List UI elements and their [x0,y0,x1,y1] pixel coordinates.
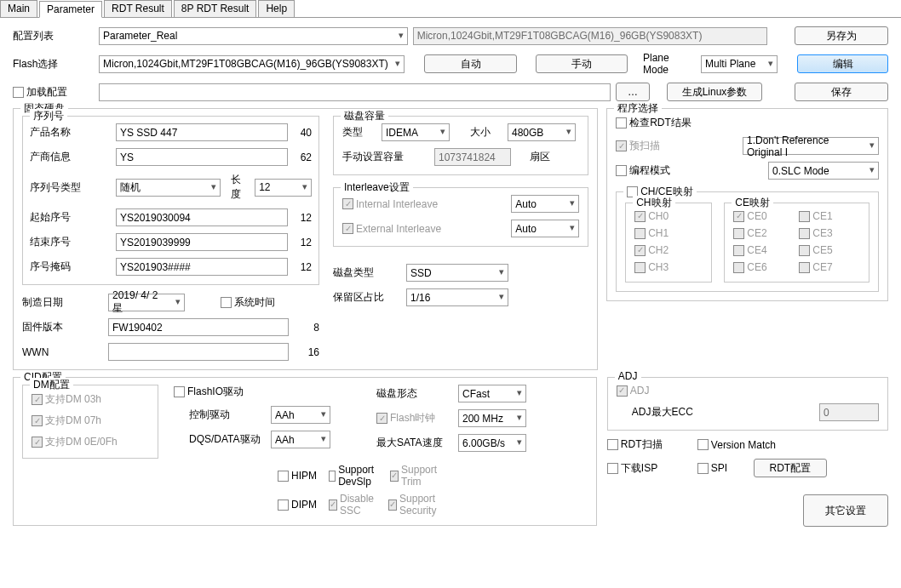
browse-button[interactable]: … [616,83,650,101]
edit-button[interactable]: 编辑 [797,54,888,73]
tab-8p-rdt-result[interactable]: 8P RDT Result [174,0,257,17]
sector-label: 扇区 [530,150,550,164]
ce7-checkbox[interactable]: CE7 [799,261,854,273]
flashio-checkbox[interactable]: FlashIO驱动 [174,385,244,399]
mfgdate-label: 制造日期 [22,295,103,310]
disktype-combo[interactable]: SSD [406,264,508,282]
fw-suffix: 8 [294,322,319,334]
internal-interleave-combo[interactable]: Auto [511,195,579,213]
ctrldrv-label: 控制驱动 [189,408,266,422]
trim-checkbox[interactable]: Support Trim [390,464,439,488]
ce6-checkbox[interactable]: CE6 [733,261,789,273]
ch2-checkbox[interactable]: CH2 [634,244,703,256]
product-name-suffix: 40 [293,127,312,139]
type-label: 类型 [342,125,376,140]
end-sn-suffix: 12 [293,237,312,248]
external-interleave-checkbox[interactable]: External Interleave [342,223,441,235]
tab-strip: Main Parameter RDT Result 8P RDT Result … [0,0,901,18]
ch3-checkbox[interactable]: CH3 [634,261,703,273]
external-interleave-combo[interactable]: Auto [511,220,579,237]
prescan-combo[interactable]: 1.Don't Reference Original I [743,137,879,155]
start-sn-label: 起始序号 [30,210,111,225]
internal-interleave-checkbox[interactable]: Internal Interleave [342,198,438,210]
dm0e-checkbox[interactable]: 支持DM 0E/0Fh [32,435,118,449]
progsel-legend: 程序选择 [614,101,662,116]
serial-legend: 序列号 [30,109,67,123]
check-rdt-checkbox[interactable]: 检查RDT结果 [616,116,692,130]
maxsata-label: 最大SATA速度 [376,436,453,450]
manual-button[interactable]: 手动 [536,54,628,73]
adj-legend: ADJ [615,370,641,382]
size-combo[interactable]: 480GB [508,123,576,141]
gen-linux-button[interactable]: 生成Linux参数 [667,83,762,101]
ce1-checkbox[interactable]: CE1 [799,210,854,222]
ch0-checkbox[interactable]: CH0 [634,210,703,222]
dlisp-checkbox[interactable]: 下载ISP [607,461,692,476]
product-name-input[interactable]: YS SSD 447 [116,123,288,141]
ce5-checkbox[interactable]: CE5 [799,244,854,256]
tab-help[interactable]: Help [258,0,295,17]
ce0-checkbox[interactable]: CE0 [733,210,789,222]
mask-input[interactable]: YS201903#### [116,258,288,276]
adj-checkbox[interactable]: ADJ [617,385,650,397]
save-button[interactable]: 保存 [795,83,888,101]
ctrldrv-combo[interactable]: AAh [271,406,330,424]
hipm-checkbox[interactable]: HIPM [278,464,317,488]
flash-select-label: Flash选择 [13,57,94,71]
configlist-label: 配置列表 [13,29,94,43]
spi-checkbox[interactable]: SPI [697,462,749,474]
vendor-suffix: 62 [293,151,312,163]
planemode-label: Plane Mode [643,52,696,76]
flash-select-combo[interactable]: Micron,1024Gbit,MT29F1T08GBCAG(M16)_96GB… [99,55,405,73]
load-config-input[interactable] [99,83,611,101]
product-name-label: 产品名称 [30,125,111,140]
dqsdrv-combo[interactable]: AAh [271,431,330,448]
end-sn-input[interactable]: YS2019039999 [116,233,288,251]
ce4-checkbox[interactable]: CE4 [733,244,789,256]
dm03-checkbox[interactable]: 支持DM 03h [32,392,101,407]
rdtcfg-button[interactable]: RDT配置 [754,459,827,477]
tab-main[interactable]: Main [0,0,37,17]
ch1-checkbox[interactable]: CH1 [634,227,703,239]
prescan-checkbox[interactable]: 预扫描 [616,139,660,153]
tab-parameter[interactable]: Parameter [39,1,102,18]
sec-checkbox[interactable]: Support Security [388,493,439,517]
planemode-combo[interactable]: Multi Plane [701,55,778,73]
wwn-input[interactable] [108,343,289,361]
progmode-combo[interactable]: 0.SLC Mode [768,162,879,180]
auto-button[interactable]: 自动 [424,54,517,73]
diskform-combo[interactable]: CFast [458,385,526,402]
type-combo[interactable]: IDEMA [382,123,450,141]
reserve-combo[interactable]: 1/16 [406,288,508,306]
tab-rdt-result[interactable]: RDT Result [104,0,172,17]
wwn-label: WWN [22,346,103,358]
manualcap-label: 手动设置容量 [342,150,410,164]
progmode-checkbox[interactable]: 编程模式 [616,163,670,178]
fw-input[interactable]: FW190402 [108,318,289,336]
devslp-checkbox[interactable]: Support DevSlp [329,464,378,488]
systime-checkbox[interactable]: 系统时间 [221,295,275,310]
configlist-combo[interactable]: Parameter_Real [99,27,408,45]
mfgdate-picker[interactable]: 2019/ 4/ 2 星 [108,294,185,311]
start-sn-input[interactable]: YS2019030094 [116,208,288,226]
rdtscan-checkbox[interactable]: RDT扫描 [607,437,692,452]
flashclk-checkbox[interactable]: Flash时钟 [376,411,453,425]
save-as-button[interactable]: 另存为 [795,26,888,45]
dipm-checkbox[interactable]: DIPM [278,493,317,517]
sntype-combo[interactable]: 随机 [116,179,221,197]
maxsata-combo[interactable]: 6.00GB/s [458,434,526,452]
dm07-checkbox[interactable]: 支持DM 07h [32,414,101,428]
manualcap-input: 1073741824 [434,148,511,166]
fw-label: 固件版本 [22,320,103,334]
vendor-input[interactable]: YS [116,148,288,166]
ssc-checkbox[interactable]: Disable SSC [329,493,376,517]
load-config-checkbox[interactable]: 加载配置 [13,85,94,100]
ce3-checkbox[interactable]: CE3 [799,227,854,239]
other-settings-button[interactable]: 其它设置 [803,494,888,527]
flashclk-combo[interactable]: 200 MHz [458,409,526,427]
reserve-label: 保留区占比 [333,290,401,305]
length-combo[interactable]: 12 [255,179,312,197]
vermatch-checkbox[interactable]: Version Match [697,439,776,451]
ce2-checkbox[interactable]: CE2 [733,227,789,239]
diskcap-legend: 磁盘容量 [341,109,388,123]
